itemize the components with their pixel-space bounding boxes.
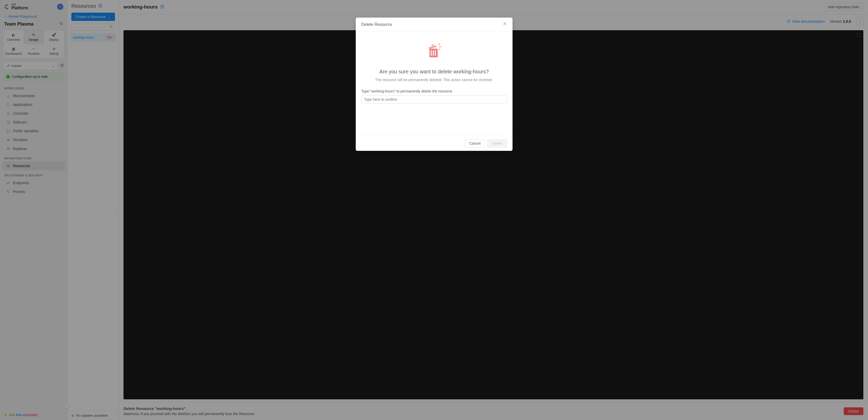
confirm-delete-input[interactable]: [362, 95, 507, 104]
modal-input-label: Type "working-hours" to permanently dele…: [362, 89, 507, 93]
svg-rect-11: [431, 51, 432, 56]
close-icon: [503, 22, 507, 26]
modal-warning: The resource will be permanently deleted…: [362, 78, 507, 82]
svg-rect-13: [435, 51, 436, 56]
trash-icon: [424, 41, 444, 62]
modal-question: Are you sure you want to delete working-…: [362, 69, 507, 75]
modal-title: Delete Resource: [362, 22, 392, 27]
svg-line-16: [439, 46, 441, 47]
confirm-delete-button[interactable]: Delete: [488, 139, 506, 147]
modal-overlay[interactable]: Delete Resource Are you sure you want to…: [0, 0, 868, 420]
delete-resource-modal: Delete Resource Are you sure you want to…: [356, 18, 513, 151]
svg-line-15: [439, 44, 440, 45]
cancel-button[interactable]: Cancel: [465, 139, 485, 147]
svg-rect-14: [431, 44, 434, 46]
modal-close-button[interactable]: [503, 22, 507, 27]
svg-line-17: [439, 49, 440, 50]
svg-rect-12: [433, 51, 434, 56]
